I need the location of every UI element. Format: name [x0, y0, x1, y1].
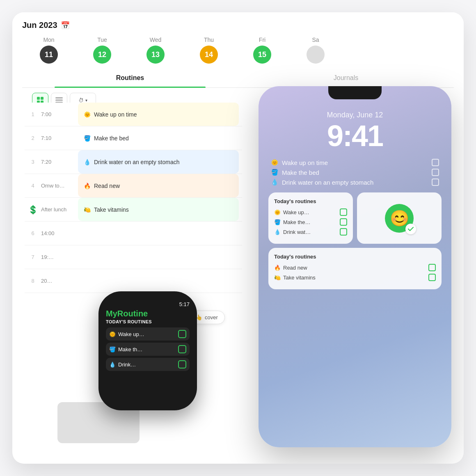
day-thu[interactable]: Thu 14	[182, 37, 236, 64]
routine-item-7[interactable]	[78, 245, 239, 269]
widget-checkbox-1b[interactable]	[340, 218, 347, 226]
chevron-down-icon: ▾	[85, 98, 87, 103]
routine-text-5: Take vitamins	[94, 206, 129, 213]
day-tue[interactable]: Tue 12	[76, 37, 129, 64]
lock-checkbox-1[interactable]	[432, 159, 439, 166]
routine-num-7: 7	[25, 254, 41, 260]
day-circle-sa[interactable]	[307, 46, 325, 64]
routine-emoji-4: 🔥	[84, 183, 91, 189]
day-label-fri: Fri	[259, 37, 265, 43]
widget-text-1b: Make the…	[283, 219, 310, 225]
widget-routines-1: Today's routines 🌞 Wake up… 🪣 Make the…	[268, 192, 353, 244]
day-circle-fri[interactable]: 15	[253, 46, 271, 64]
routine-num-5: 💲	[25, 205, 41, 215]
lock-text-1: Wake up on time	[282, 159, 328, 166]
routine-row-2: 2 7:10 🪣 Make the bed	[25, 126, 242, 150]
day-label-thu: Thu	[204, 37, 214, 43]
day-wed[interactable]: Wed 13	[129, 37, 182, 64]
routine-time-1: 7:00	[41, 111, 78, 117]
widget-emoji-2b: 🍋	[274, 275, 281, 281]
days-row: Mon 11 Tue 12 Wed 13 Thu 14 Fri 15 Sa	[22, 37, 454, 69]
routine-text-4: Read new	[94, 183, 120, 189]
routine-item-4[interactable]: 🔥 Read new	[78, 174, 239, 197]
routine-item-3[interactable]: 💧 Drink water on an empty stomach	[78, 150, 239, 174]
routine-row-7: 7 19:…	[25, 245, 242, 269]
calendar-icon: 📅	[61, 21, 70, 30]
watch-text-2: Make th…	[118, 346, 142, 352]
widget-emoji-1c: 💧	[274, 229, 281, 235]
routine-item-5[interactable]: 🍋 Take vitamins	[78, 198, 239, 221]
routine-time-5: After lunch	[41, 206, 78, 213]
routine-num-3: 3	[25, 159, 41, 165]
widget-smiley: 😊	[357, 192, 442, 244]
phone-date: Monday, June 12	[267, 111, 443, 119]
lock-checkbox-2[interactable]	[432, 169, 439, 176]
day-circle-wed[interactable]: 13	[146, 46, 165, 64]
widget-item-2a: 🔥 Read new	[274, 264, 436, 271]
day-circle-mon[interactable]: 11	[40, 46, 58, 64]
phone-mockup: Monday, June 12 9:41 🌞 Wake up on time 🪣…	[259, 86, 451, 447]
widget-emoji-2a: 🔥	[274, 265, 281, 271]
routine-emoji-2: 🪣	[84, 135, 91, 142]
watch-checkbox-3[interactable]	[178, 360, 186, 368]
day-circle-thu[interactable]: 14	[200, 46, 218, 64]
svg-rect-4	[55, 97, 63, 98]
lock-text-3: Drink water on an empty stomach	[282, 179, 373, 186]
watch-checkbox-2[interactable]	[178, 345, 186, 353]
lock-emoji-1: 🌞	[271, 159, 279, 166]
lock-routine-3: 💧 Drink water on an empty stomach	[271, 178, 439, 186]
watch-time-row: 5:17	[106, 301, 190, 307]
routine-text-1: Wake up on time	[94, 111, 137, 118]
watch-emoji-2: 🪣	[109, 346, 116, 352]
tab-journals[interactable]: Journals	[238, 69, 454, 87]
routine-time-6: 14:00	[41, 230, 78, 236]
month-row: Jun 2023 📅	[22, 21, 454, 30]
smiley-container: 😊	[385, 204, 414, 233]
widget-text-2a: Read new	[283, 265, 307, 271]
widget-row-1: Today's routines 🌞 Wake up… 🪣 Make the…	[268, 192, 442, 244]
widget-checkbox-2a[interactable]	[428, 264, 436, 271]
routine-num-1: 1	[25, 111, 41, 117]
day-mon[interactable]: Mon 11	[22, 37, 76, 64]
widget-title-2: Today's routines	[274, 254, 436, 260]
watch-checkbox-1[interactable]	[178, 330, 186, 338]
routine-item-1[interactable]: 🌞 Wake up on time	[78, 103, 239, 126]
routines-list: 1 7:00 🌞 Wake up on time 2 7:10 🪣 Make t…	[25, 103, 242, 293]
checkmark-badge	[405, 224, 416, 234]
tab-routines[interactable]: Routines	[22, 69, 238, 87]
routine-item-6[interactable]	[78, 222, 239, 245]
watch-item-2[interactable]: 🪣 Make th…	[106, 343, 190, 356]
routine-text-2: Make the bed	[94, 135, 129, 142]
watch-strap-bottom	[57, 423, 140, 443]
lock-checkbox-3[interactable]	[432, 178, 439, 186]
watch-item-3[interactable]: 💧 Drink…	[106, 358, 190, 371]
lock-routines: 🌞 Wake up on time 🪣 Make the bed 💧 Drink…	[267, 159, 443, 186]
day-circle-tue[interactable]: 12	[93, 46, 111, 64]
discover-label: cover	[205, 314, 218, 320]
routine-item-2[interactable]: 🪣 Make the bed	[78, 126, 239, 150]
watch-app-name: MyRoutine	[106, 309, 190, 318]
routine-text-3: Drink water on an empty stomach	[94, 159, 180, 165]
watch-item-1[interactable]: 🌞 Wake up…	[106, 327, 190, 341]
watch-subtitle: TODAY'S ROUTINES	[106, 319, 190, 324]
routine-num-8: 8	[25, 278, 41, 284]
routine-item-8[interactable]	[78, 269, 239, 293]
watch-emoji-1: 🌞	[109, 331, 116, 337]
watch-mockup: 5:17 MyRoutine TODAY'S ROUTINES 🌞 Wake u…	[98, 291, 197, 410]
widget-emoji-1a: 🌞	[274, 209, 281, 215]
watch-emoji-3: 💧	[109, 362, 116, 368]
widget-checkbox-1a[interactable]	[340, 208, 347, 216]
day-label-tue: Tue	[97, 37, 107, 43]
lock-emoji-2: 🪣	[271, 169, 279, 176]
day-label-sa: Sa	[312, 37, 319, 43]
watch-wrapper: 5:17 MyRoutine TODAY'S ROUTINES 🌞 Wake u…	[49, 402, 140, 443]
widget-checkbox-1c[interactable]	[340, 228, 347, 236]
widget-item-2b: 🍋 Take vitamins	[274, 274, 436, 281]
day-sa[interactable]: Sa	[289, 37, 342, 64]
phone-time: 9:41	[267, 121, 443, 151]
svg-rect-0	[37, 97, 40, 100]
day-fri[interactable]: Fri 15	[236, 37, 289, 64]
widget-checkbox-2b[interactable]	[428, 274, 436, 281]
widget-routines-2: Today's routines 🔥 Read new 🍋 Take vitam…	[268, 248, 442, 289]
watch-text-3: Drink…	[118, 362, 136, 368]
